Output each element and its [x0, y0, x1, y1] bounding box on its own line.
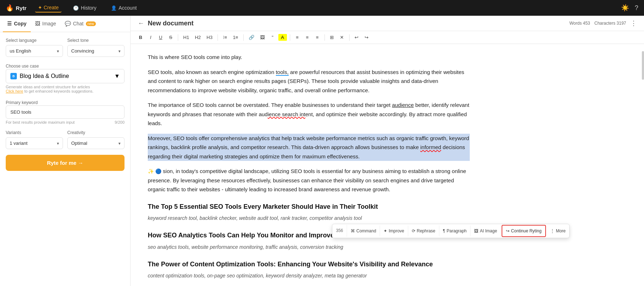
nav-account-icon: 👤	[111, 5, 117, 11]
sidebar: ☰ Copy 🖼 Image 💬 Chat new Select languag…	[0, 16, 131, 286]
creativity-select-wrapper[interactable]: Optimal Low High Max ▼	[67, 137, 125, 149]
highlight-button[interactable]: A	[278, 34, 287, 41]
bullet-list-button[interactable]: ⁝≡	[221, 33, 229, 41]
blue-dot-icon: 🔵	[155, 168, 161, 174]
tab-chat[interactable]: 💬 Chat new	[60, 16, 100, 32]
ryte-button[interactable]: Ryte for me →	[6, 155, 125, 171]
h1-button[interactable]: H1	[181, 33, 191, 41]
nav-create[interactable]: ✦ Create	[35, 3, 62, 13]
use-case-label: Choose use case	[6, 64, 39, 69]
typo-word: ience search int	[268, 111, 305, 117]
align-left-button[interactable]: ≡	[293, 33, 302, 41]
document-title[interactable]: New document	[148, 20, 194, 27]
heading-3: The Power of Content Optimization Tools:…	[148, 259, 470, 270]
command-icon: ⌘	[351, 228, 355, 233]
keyword-meta: For best results provide maximum input 9…	[6, 120, 125, 124]
tone-label: Select tone	[67, 38, 125, 43]
undo-button[interactable]: ↩	[352, 33, 361, 41]
sidebar-tabs: ☰ Copy 🖼 Image 💬 Chat new	[0, 16, 130, 32]
chat-new-badge: new	[86, 21, 96, 26]
inline-char-count: 356	[332, 225, 347, 236]
toolbar-sep-3	[243, 34, 244, 41]
keyword-hint: For best results provide maximum input	[6, 120, 75, 124]
align-right-button[interactable]: ≡	[313, 33, 322, 41]
language-tone-row: Select language us English UK English Fr…	[6, 38, 125, 57]
editor-toolbar: B I U S H1 H2 H3 ⁝≡ 1≡ 🔗 🖼 " A ≡ ≡ ≡ ⊞ ✕…	[131, 31, 644, 44]
clear-format-button[interactable]: ✕	[338, 33, 346, 41]
paragraph-button[interactable]: ¶ Paragraph	[439, 226, 471, 236]
tone-select-wrapper[interactable]: Convincing Formal Casual Funny ▼	[67, 45, 125, 57]
link-button[interactable]: 🔗	[247, 33, 257, 41]
creativity-select[interactable]: Optimal Low High Max	[68, 138, 124, 149]
tab-copy[interactable]: ☰ Copy	[3, 16, 31, 32]
copy-icon: ☰	[7, 21, 12, 26]
variants-select-wrapper[interactable]: 1 variant 2 variants 3 variants ▼	[6, 137, 63, 149]
bold-button[interactable]: B	[136, 33, 145, 41]
editor-area: ← New document Words 453 Characters 3197…	[131, 16, 644, 286]
strikethrough-button[interactable]: S	[166, 33, 175, 41]
attract-text: attract more qualified leads.	[148, 111, 467, 127]
editor-content[interactable]: This is where SEO tools come into play. …	[131, 44, 644, 286]
toolbar-sep-2	[218, 34, 218, 41]
use-case-select[interactable]: B Blog Idea & Outline ▼	[6, 69, 125, 83]
variants-select[interactable]: 1 variant 2 variants 3 variants	[6, 138, 63, 149]
scroll-thumb[interactable]	[642, 51, 644, 80]
doc-title-row: ← New document	[138, 20, 194, 27]
sidebar-content: Select language us English UK English Fr…	[0, 32, 130, 286]
nav-account[interactable]: 👤 Account	[108, 4, 140, 12]
language-select[interactable]: us English UK English French Spanish	[6, 45, 63, 56]
quote-button[interactable]: "	[268, 33, 277, 41]
keyword-input[interactable]	[6, 105, 125, 119]
editor-header: ← New document Words 453 Characters 3197…	[131, 16, 644, 31]
theme-icon[interactable]: ☀️	[621, 4, 629, 12]
more-options-icon[interactable]: ⋮	[630, 19, 637, 27]
continue-icon: ↪	[506, 228, 509, 233]
word-count: Words 453	[569, 21, 590, 26]
back-button[interactable]: ←	[138, 20, 144, 27]
table-button[interactable]: ⊞	[328, 33, 336, 41]
toolbar-sep-5	[325, 34, 325, 41]
paragraph-icon: ¶	[443, 228, 445, 233]
nav-create-label: ✦ Create	[38, 5, 59, 10]
toolbar-sep-6	[349, 34, 350, 41]
italic-button[interactable]: I	[146, 33, 155, 41]
use-case-select-inner: B Blog Idea & Outline	[10, 73, 69, 79]
image-tab-icon: 🖼	[35, 21, 40, 26]
toolbar-sep-4	[290, 34, 290, 41]
align-center-button[interactable]: ≡	[303, 33, 312, 41]
improve-button[interactable]: ✦ Improve	[380, 226, 408, 236]
language-select-wrapper[interactable]: us English UK English French Spanish ▼	[6, 45, 63, 57]
image-button[interactable]: 🖼	[258, 33, 267, 41]
logo-text: Rytr	[16, 5, 26, 11]
keyword-label: Primary keyword	[6, 100, 38, 105]
scrollbar[interactable]	[642, 44, 644, 286]
tone-group: Select tone Convincing Formal Casual Fun…	[67, 38, 125, 57]
ai-image-button[interactable]: 🖼 AI Image	[470, 226, 501, 236]
ordered-list-button[interactable]: 1≡	[231, 33, 240, 41]
more-dots-icon: ⋮	[550, 228, 555, 233]
heading-3-keywords: content optimization tools, on-page seo …	[148, 272, 470, 280]
help-icon[interactable]: ?	[635, 4, 638, 12]
editor-text: This is where SEO tools come into play. …	[148, 53, 470, 286]
more-options-inline-button[interactable]: ⋮ More	[547, 226, 569, 236]
use-case-hint: Generate ideas and content structure for…	[6, 85, 125, 93]
inline-toolbar: 356 ⌘ Command ✦ Improve ⟳ Rephrase	[332, 224, 570, 238]
tab-image[interactable]: 🖼 Image	[31, 16, 60, 32]
keywords-link[interactable]: Click here	[6, 89, 23, 93]
rephrase-button[interactable]: ⟳ Rephrase	[408, 226, 439, 236]
chat-tab-icon: 💬	[65, 21, 71, 26]
underline-button[interactable]: U	[156, 33, 165, 41]
logo[interactable]: 🔥 Rytr	[6, 4, 26, 12]
use-case-chevron: ▼	[114, 73, 120, 79]
heading-1-keywords: keyword research tool, backlink checker,…	[148, 214, 470, 223]
nav-history[interactable]: 🕐 History	[70, 4, 99, 12]
variants-label: Variants	[6, 130, 63, 135]
redo-button[interactable]: ↪	[362, 33, 371, 41]
continue-ryting-button[interactable]: ↪ Continue Ryting	[502, 225, 546, 237]
keyword-section: Primary keyword For best results provide…	[6, 99, 125, 124]
h3-button[interactable]: H3	[204, 33, 215, 41]
h2-button[interactable]: H2	[193, 33, 203, 41]
tone-select[interactable]: Convincing Formal Casual Funny	[68, 45, 124, 56]
command-button[interactable]: ⌘ Command	[347, 226, 380, 236]
nav-history-icon: 🕐	[73, 5, 79, 11]
